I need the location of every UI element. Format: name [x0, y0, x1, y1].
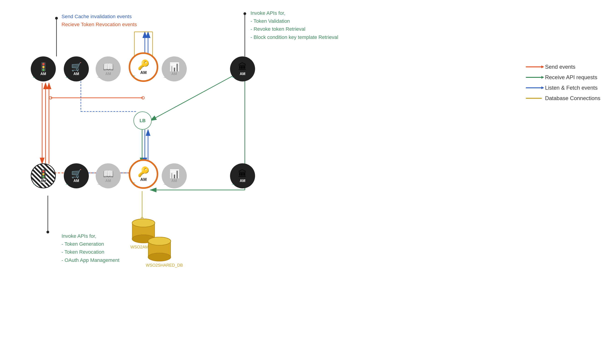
node-gw1-top: 🏛 AM 〜 — [230, 56, 255, 81]
node-km1-top: 🔑 AM 〜 — [129, 52, 158, 82]
legend-send-events: ▶ Send events — [526, 64, 600, 70]
node-tm3-bottom: 📖 AM 〜 — [96, 163, 121, 188]
svg-point-6 — [55, 17, 58, 20]
svg-rect-46 — [170, 241, 171, 257]
svg-point-47 — [148, 237, 171, 245]
node-tm2-top: 🛒 AM 〜 — [64, 56, 89, 81]
svg-rect-39 — [132, 223, 133, 239]
annotation-bottom-left: Invoke APIs for, - Token Generation - To… — [61, 232, 119, 264]
svg-point-41 — [132, 219, 155, 227]
connections-svg — [0, 0, 614, 364]
annotation-revocation: Recieve Token Revocation events — [61, 20, 137, 28]
node-tm4-bottom: 📊 AM 〜 — [162, 163, 187, 188]
annotation-top-right: Invoke APIs for, - Token Validation - Re… — [250, 9, 338, 41]
annotation-cache: Send Cache invalidation events — [61, 13, 132, 20]
node-gw1-bottom: 🏛 AM 〜 — [230, 163, 255, 188]
legend-db-conn: Database Connections — [526, 95, 600, 102]
svg-point-10 — [46, 231, 49, 234]
svg-rect-45 — [148, 241, 149, 257]
node-tm3-top: 📖 AM 〜 — [96, 56, 121, 81]
legend-receive-api: ▶ Receive API requests — [526, 74, 600, 80]
db-wso2shared: WSO2SHARED_DB — [146, 234, 183, 268]
node-lb: LB — [134, 111, 152, 130]
node-km1-bottom: 🔑 AM 〜 — [129, 159, 158, 189]
node-tm1-bottom: 🚦 AM 〜 — [31, 163, 56, 188]
diagram-container: Send Cache invalidation events Recieve T… — [0, 0, 614, 364]
svg-point-44 — [148, 253, 171, 261]
node-tm1-top: 🚦 AM 〜 — [31, 56, 56, 81]
legend: ▶ Send events ▶ Receive API requests ▶ L… — [526, 64, 600, 105]
svg-point-8 — [244, 12, 246, 15]
node-tm4-top: 📊 AM 〜 — [162, 56, 187, 81]
legend-listen-fetch: ▶ Listen & Fetch events — [526, 85, 600, 91]
node-tm2-bottom: 🛒 AM 〜 — [64, 163, 89, 188]
